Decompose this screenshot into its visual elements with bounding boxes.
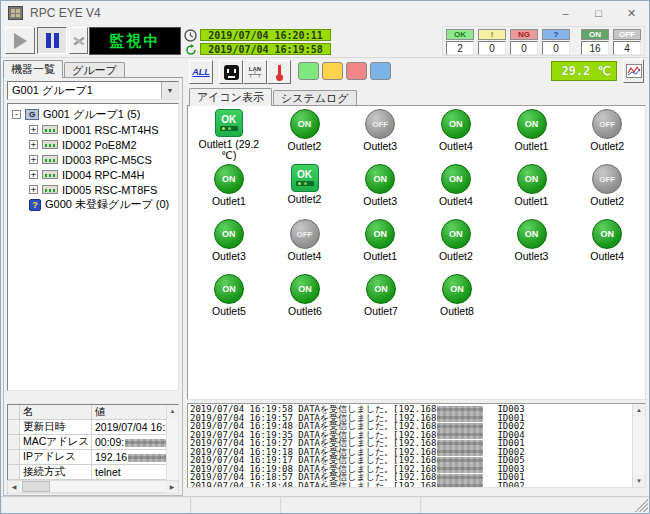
outlet-on-icon[interactable]: ON [290,274,320,304]
outlet-on-icon[interactable]: ON [365,164,395,194]
outlet-cell[interactable]: OKOutlet1 (29.2 ℃) [191,109,267,164]
outlet-cell[interactable]: ONOutlet6 [267,274,343,329]
status-segment [281,497,421,513]
scroll-right-icon[interactable]: ▶ [166,481,178,493]
property-row[interactable]: IPアドレス192.16 [8,450,178,465]
outlet-on-icon[interactable]: ON [442,274,472,304]
outlet-cell[interactable]: OFFOutlet2 [569,109,645,164]
scroll-up-icon[interactable]: ▲ [167,405,179,417]
outlet-cell[interactable]: ONOutlet4 [418,109,494,164]
collapse-icon[interactable]: - [12,110,21,119]
outlet-cell[interactable]: ONOutlet4 [569,219,645,274]
maximize-button[interactable]: □ [582,2,615,24]
close-button[interactable]: ✕ [615,2,648,24]
outlet-on-icon[interactable]: ON [441,164,471,194]
outlet-on-icon[interactable]: ON [366,274,396,304]
outlet-on-icon[interactable]: ON [517,109,547,139]
outlet-label: Outlet4 [439,141,473,152]
device-ok-icon[interactable]: OK [291,164,319,192]
outlet-off-icon[interactable]: OFF [592,164,622,194]
tree-item-4[interactable]: +ID004 RPC-M4H [8,167,178,182]
tree-item-2[interactable]: +ID002 PoE8M2 [8,137,178,152]
outlet-cell[interactable]: ONOutlet1 [191,164,267,219]
filter-all-button[interactable]: ALL [189,60,213,84]
outlet-on-icon[interactable]: ON [592,219,622,249]
filter-outlet-button[interactable] [219,60,243,84]
outlet-off-icon[interactable]: OFF [290,219,320,249]
scroll-down-icon[interactable]: ▼ [633,475,645,487]
group-select[interactable]: G001 グループ1 ▼ [7,81,179,100]
filter-yellow-button[interactable] [322,62,343,80]
outlet-cell[interactable]: ONOutlet1 [494,164,570,219]
outlet-cell[interactable]: ONOutlet1 [342,219,418,274]
temperature-graph-button[interactable] [623,59,644,83]
outlet-cell[interactable]: ONOutlet3 [342,164,418,219]
outlet-cell[interactable]: OFFOutlet4 [267,219,343,274]
redacted-ip [437,457,483,465]
tab-group[interactable]: グループ [64,62,125,77]
outlet-on-icon[interactable]: ON [214,164,244,194]
question-icon: ? [29,199,41,211]
filter-blue-button[interactable] [370,62,391,80]
counter-ok-value: 2 [446,41,474,55]
outlet-on-icon[interactable]: ON [290,109,320,139]
outlet-on-icon[interactable]: ON [365,219,395,249]
outlet-label: Outlet1 (29.2 ℃) [192,139,266,161]
device-ok-icon[interactable]: OK [215,109,243,137]
property-table-hscrollbar[interactable]: ◀ ▶ [7,480,179,493]
outlet-cell[interactable]: ONOutlet5 [191,274,267,329]
outlet-cell[interactable]: ONOutlet3 [494,219,570,274]
expand-icon[interactable]: + [29,125,38,134]
outlet-cell[interactable]: OFFOutlet3 [342,109,418,164]
outlet-off-icon[interactable]: OFF [592,109,622,139]
tab-device-list[interactable]: 機器一覧 [3,60,63,78]
chevron-down-icon[interactable]: ▼ [161,82,178,99]
resize-grip[interactable] [635,499,648,512]
settings-button[interactable] [69,27,88,54]
outlet-cell[interactable]: ONOutlet1 [494,109,570,164]
scroll-left-icon[interactable]: ◀ [8,481,20,493]
tab-icon-view[interactable]: アイコン表示 [189,88,272,106]
filter-red-button[interactable] [346,62,367,80]
redacted-ip [437,431,483,439]
minimize-button[interactable]: – [549,2,582,24]
outlet-cell[interactable]: ONOutlet7 [343,274,419,329]
outlet-off-icon[interactable]: OFF [365,109,395,139]
outlet-cell[interactable]: OFFOutlet2 [569,164,645,219]
outlet-on-icon[interactable]: ON [441,109,471,139]
tree-item-0[interactable]: -GG001 グループ1 (5) [8,107,178,122]
outlet-cell[interactable]: ONOutlet4 [418,164,494,219]
scroll-up-icon[interactable]: ▲ [633,404,645,416]
expand-icon[interactable]: + [29,155,38,164]
redacted-ip [437,482,483,487]
outlet-cell[interactable]: ONOutlet2 [267,109,343,164]
property-row[interactable]: 更新日時2019/07/04 16:13:27 [8,420,178,435]
outlet-on-icon[interactable]: ON [214,274,244,304]
log-vscrollbar[interactable]: ▲ ▼ [632,404,645,487]
filter-temperature-button[interactable] [267,60,291,84]
filter-green-button[interactable] [298,62,319,80]
outlet-on-icon[interactable]: ON [214,219,244,249]
outlet-cell[interactable]: ONOutlet3 [191,219,267,274]
outlet-cell[interactable]: ONOutlet2 [418,219,494,274]
tree-label: ID004 RPC-M4H [62,169,145,181]
tree-item-1[interactable]: +ID001 RSC-MT4HS [8,122,178,137]
outlet-cell[interactable]: OKOutlet2 [267,164,343,219]
tree-item-3[interactable]: +ID003 RPC-M5CS [8,152,178,167]
expand-icon[interactable]: + [29,140,38,149]
outlet-on-icon[interactable]: ON [517,164,547,194]
expand-icon[interactable]: + [29,185,38,194]
start-button[interactable] [5,27,35,54]
tab-system-log[interactable]: システムログ [273,90,357,105]
pause-button[interactable] [37,27,67,54]
filter-lan-button[interactable]: LAN┬┴┬ [243,60,267,84]
outlet-on-icon[interactable]: ON [517,219,547,249]
hscroll-thumb[interactable] [22,481,50,492]
tree-item-5[interactable]: +ID005 RSC-MT8FS [8,182,178,197]
outlet-cell[interactable]: ONOutlet8 [419,274,495,329]
expand-icon[interactable]: + [29,170,38,179]
outlet-on-icon[interactable]: ON [441,219,471,249]
tree-item-6[interactable]: ?G000 未登録グループ (0) [8,197,178,212]
property-row[interactable]: 接続方式telnet [8,465,178,480]
property-row[interactable]: MACアドレス00:09: [8,435,178,450]
